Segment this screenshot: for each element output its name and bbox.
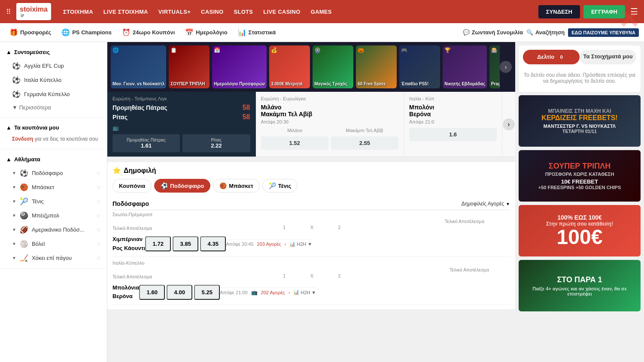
star-icon[interactable]: ☆ — [96, 170, 101, 176]
star-icon[interactable]: ☆ — [96, 241, 101, 247]
grid-icon[interactable]: ⠿ — [4, 6, 13, 18]
tab-basketball[interactable]: 🏀 Μπάσκετ — [213, 179, 260, 193]
h2h-button-2[interactable]: 📊 H2H ▼ — [293, 290, 316, 295]
search-label: Αναζήτηση — [535, 29, 565, 36]
nav-casino[interactable]: CASINO — [197, 6, 228, 18]
stats-nav-item[interactable]: 📊 Στατιστικά — [234, 26, 280, 39]
sidebar-item-tennis[interactable]: ▼ 🎾 Τένις ☆ — [0, 194, 107, 208]
chevron-down-icon: ▼ — [506, 202, 510, 206]
odd-1-match1[interactable]: 1.72 — [145, 236, 171, 251]
nav-virtuals[interactable]: VIRTUALS+ — [154, 6, 195, 18]
betslip-tab-mybets[interactable]: Τα Στοιχήματά μου — [580, 50, 636, 64]
sport-label: Χόκει επί πάγου — [32, 255, 72, 261]
banner-para-line1: ΣΤΟ ΠΑΡΑ 1 — [523, 275, 636, 284]
shortcut-italy-cup[interactable]: ⚽ Ιταλία Κύπελλο — [0, 73, 107, 87]
ps-champions-nav-item[interactable]: 🌐 PS Champions — [57, 26, 116, 39]
col-1-header: 1 — [271, 225, 297, 232]
chevron-down-icon: ▼ — [12, 227, 16, 232]
tab-football[interactable]: ⚽ Ποδόσφαιρο — [154, 179, 210, 193]
promo-card-0[interactable]: 🌐 Μαν. Γιουν. vs Νιούκαστλ — [111, 45, 166, 88]
match-odds-1: 1.72 3.85 4.35 — [145, 236, 226, 251]
star-icon[interactable]: ☆ — [96, 199, 101, 205]
star-icon[interactable]: ☆ — [96, 227, 101, 233]
promo-card-8[interactable]: 🎰 Pragmatic Buy Bonus — [489, 45, 500, 88]
promo-banner-ps[interactable]: ΜΠΑΙΝΕΙΣ ΣΤΗ ΜΑΧΗ ΚΑΙ ΚΕΡΔΙΖΕΙΣ FREEBETS… — [519, 95, 641, 147]
markets-count-2[interactable]: 202 Αγορές — [261, 290, 285, 295]
sidebar-item-ice-hockey[interactable]: ▼ 🏒 Χόκει επί πάγου ☆ — [0, 251, 107, 265]
calendar-nav-item[interactable]: 📅 Ημερολόγιο — [181, 26, 231, 39]
nav-live-stoixima[interactable]: LIVE ΣΤΟΙΧΗΜΑ — [99, 6, 152, 18]
h2h-button-1[interactable]: 📊 H2H ▼ — [289, 241, 312, 247]
odd-x-match2[interactable]: 4.00 — [167, 285, 192, 300]
nav-games[interactable]: GAMES — [307, 6, 336, 18]
live-odd-team1[interactable]: 1.52 — [261, 136, 328, 150]
live-match-card-2[interactable]: Ευρώπη - Ευρωλίγκα Μιλάνο Μακάμπι Τελ Αβ… — [256, 92, 404, 157]
search-button[interactable]: 🔍 Αναζήτηση — [526, 29, 565, 36]
sidebar-item-volleyball[interactable]: ▼ 🏐 Βόλεϊ ☆ — [0, 237, 107, 251]
promo-banner-para1[interactable]: ΣΤΟ ΠΑΡΑ 1 Παίξε 4+ αγώνες και αν χάσεις… — [519, 260, 641, 311]
betslip-tab-active[interactable]: Δελτίο 0 — [523, 50, 580, 64]
markets-arrow-2[interactable]: › — [289, 290, 290, 295]
star-icon[interactable]: ☆ — [96, 184, 101, 190]
live-matches-nav[interactable]: › — [502, 92, 515, 157]
tab-tennis[interactable]: 🎾 Τένις — [262, 179, 298, 193]
promo-card-7[interactable]: 🏆 Νικητής Εβδομάδας — [443, 45, 487, 88]
popular-markets-label: Δημοφιλείς Αγορές — [461, 201, 504, 207]
promo-card-6[interactable]: 🎮 Έπαθλο PS5! — [399, 45, 440, 88]
shortcuts-more[interactable]: ▼ Περισσότερα — [0, 101, 107, 114]
signin-link[interactable]: Σύνδεση — [12, 136, 33, 142]
shortcuts-header[interactable]: ▲ Συντομεύσεις — [0, 45, 107, 59]
promo-next-button[interactable]: › — [500, 61, 512, 73]
star-icon[interactable]: ☆ — [96, 213, 101, 219]
sidebar-item-american-football[interactable]: ▼ 🏈 Αμερικάνικο Ποδόσ... ☆ — [0, 223, 107, 237]
sidebar-item-baseball[interactable]: ▼ 🎱 Μπέιζμπολ ☆ — [0, 208, 107, 223]
markets-count-1[interactable]: 203 Αγορές — [257, 241, 281, 247]
nav-slots[interactable]: SLOTS — [229, 6, 257, 18]
center-content: 🌐 Μαν. Γιουν. vs Νιούκαστλ 📋 ΣΟΥΠΕΡ ΤΡΙΠ… — [107, 42, 515, 362]
tab-coupons[interactable]: Κουπόνια — [112, 179, 152, 193]
promo-card-2[interactable]: 📅 Ημερολόγιο Προσφορών — [212, 45, 267, 88]
promo-banner-triple[interactable]: ΣΟΥΠΕΡ ΤΡΙΠΛΗ ΠΡΟΣΦΟΡΑ ΧΩΡΙΣ ΚΑΤΑΘΕΣΗ 10… — [519, 150, 641, 202]
chevron-down-icon: ▼ — [12, 256, 16, 260]
live-odd-team1[interactable]: 1.6 — [409, 128, 497, 141]
signin-button[interactable]: ΣΥΝΔΕΣΗ — [538, 5, 580, 18]
live-odd-team2[interactable]: Ρίτας 2.22 — [182, 134, 250, 152]
nav-stoixima[interactable]: ΣΤΟΙΧΗΜΑ — [59, 6, 97, 18]
live-match-card-1[interactable]: Ευρώπη - Τσάμπιονς Λιγκ Προμηθέας Πάτρας… — [107, 92, 256, 157]
next-match-button[interactable]: › — [503, 118, 515, 130]
popular-markets-selector[interactable]: Δημοφιλείς Αγορές ▼ — [461, 201, 510, 207]
coupons-note: Σύνδεση για να δεις τα κουπόνια σου — [0, 134, 107, 145]
clock-icon: ⏰ — [122, 28, 131, 36]
logo-sub: .gr — [20, 13, 48, 17]
sports-header[interactable]: ▲ Αθλήματα — [0, 153, 107, 166]
odd-2-match1[interactable]: 4.35 — [200, 236, 226, 251]
odd-1-match2[interactable]: 1.60 — [139, 285, 165, 300]
coupon-24h-nav-item[interactable]: ⏰ 24ωρο Κουπόνι — [118, 26, 179, 39]
live-match-card-3[interactable]: Ιταλία - Κύπ Μπολόνι Βερόνα Απόψε 21:0 1… — [404, 92, 502, 157]
star-icon[interactable]: ☆ — [96, 255, 101, 261]
promo-icon: 🎮 — [401, 47, 407, 53]
nav-links: ΣΤΟΙΧΗΜΑ LIVE ΣΤΟΙΧΗΜΑ VIRTUALS+ CASINO … — [59, 6, 535, 18]
shortcut-england-efl[interactable]: ⚽ Αγγλία EFL Cup — [0, 59, 107, 73]
live-odd-team1[interactable]: Προμηθέας Πάτρας 1.61 — [112, 134, 180, 152]
coupons-header[interactable]: ▲ Τα κουπόνια μου — [0, 121, 107, 134]
promo-icon: 📅 — [214, 47, 220, 53]
shortcut-germany-cup[interactable]: ⚽ Γερμανία Κύπελλο — [0, 87, 107, 101]
odd-2-match2[interactable]: 5.25 — [194, 285, 220, 300]
promo-card-3[interactable]: 💰 3.000€ Μετρητά — [269, 45, 310, 88]
promo-card-1[interactable]: 📋 ΣΟΥΠΕΡ ΤΡΙΠΛΗ — [169, 45, 210, 88]
odd-x-match1[interactable]: 3.85 — [173, 236, 198, 251]
sidebar-item-football[interactable]: ▼ ⚽ Ποδόσφαιρο ☆ — [0, 166, 107, 180]
sidebar-item-basketball[interactable]: ▼ 🏀 Μπάσκετ ☆ — [0, 180, 107, 194]
logo[interactable]: stoixima .gr — [16, 3, 51, 20]
chevron-down-icon: ▼ — [12, 185, 16, 190]
live-odd-team2[interactable]: 2.55 — [331, 136, 398, 150]
promo-card-4[interactable]: 🎡 Μαγικός Τροχός — [313, 45, 353, 88]
section-divider — [107, 157, 515, 160]
live-chat-button[interactable]: 💬 Ζωντανή Συνομιλία — [463, 29, 523, 36]
promo-card-5[interactable]: 🎃 60 Free Spins — [356, 45, 397, 88]
nav-live-casino[interactable]: LIVE CASINO — [259, 6, 304, 18]
promo-banner-100[interactable]: 100% ΕΩΣ 100€ Στην πρώτη σου κατάθεση! 1… — [519, 205, 641, 256]
markets-arrow-1[interactable]: › — [285, 241, 286, 247]
offers-nav-item[interactable]: 🎁 Προσφορές — [5, 26, 55, 39]
